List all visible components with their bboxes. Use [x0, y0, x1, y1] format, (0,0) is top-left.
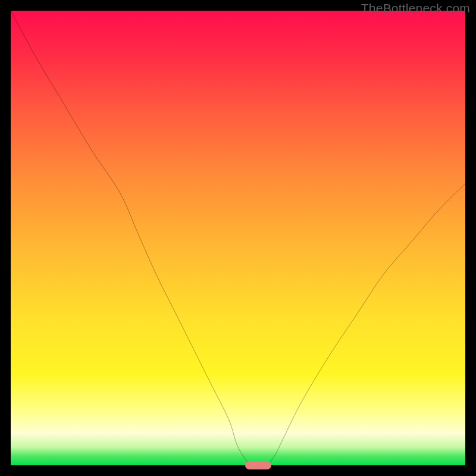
bottleneck-curve — [11, 11, 465, 465]
valley-marker — [245, 461, 271, 469]
curve-path — [11, 11, 465, 465]
watermark-text: TheBottleneck.com — [361, 1, 470, 15]
chart-frame: TheBottleneck.com — [0, 0, 476, 476]
plot-area — [11, 11, 465, 465]
